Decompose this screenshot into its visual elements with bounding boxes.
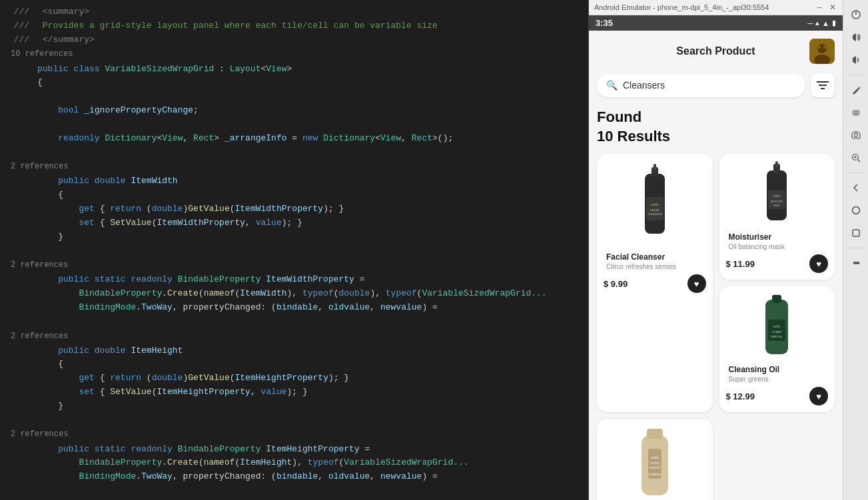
product-info: Cleansing Oil Super greens [726, 365, 829, 383]
favorite-button[interactable]: ♥ [687, 274, 706, 293]
product-card[interactable]: sukin MOISTUR ISER Moisturiser Oil balan… [719, 154, 835, 280]
svg-rect-17 [775, 161, 778, 167]
code-line: public static readonly BindableProperty … [0, 273, 588, 287]
ref-count: 2 references [0, 329, 588, 344]
product-image-container: sukin MOISTUR ISER [726, 160, 829, 227]
camera-icon [851, 130, 861, 140]
titlebar-controls: – ✕ [815, 3, 837, 12]
circle-icon [851, 206, 861, 215]
product-info: Moisturiser Oil balancing mask [726, 232, 829, 250]
product-footer: $ 12.99 ♥ [726, 387, 829, 405]
product-footer: $ 11.99 ♥ [726, 254, 829, 273]
svg-text:CLEANSER: CLEANSER [648, 212, 662, 216]
code-line: set { SetValue(ItemWidthProperty, value)… [0, 216, 588, 230]
product-desc: Oil balancing mask [729, 243, 826, 250]
svg-rect-48 [853, 230, 859, 236]
heart-icon: ♥ [816, 259, 821, 269]
code-line: { [0, 358, 588, 372]
ref-count: 10 references [0, 47, 588, 62]
line-number: /// [5, 33, 29, 47]
svg-point-4 [823, 46, 826, 49]
search-bar[interactable]: 🔍 Cleansers [597, 74, 805, 97]
line-number [5, 63, 29, 77]
right-column: sukin MOISTUR ISER Moisturiser Oil balan… [719, 154, 835, 412]
status-time: 3:35 [596, 18, 613, 28]
product-image: sukin FACIAL CLEANSER [628, 160, 681, 247]
code-line: } [0, 399, 588, 413]
back-button[interactable] [847, 178, 865, 197]
code-line: BindableProperty.Create(nameof(ItemWidth… [0, 287, 588, 301]
pen-icon [851, 85, 861, 95]
eraser-button[interactable] [847, 103, 865, 122]
svg-rect-23 [772, 295, 781, 303]
svg-rect-29 [647, 429, 663, 439]
code-line: bool _ignorePropertyChange; [0, 104, 588, 118]
home-button[interactable] [847, 201, 865, 220]
svg-text:SING OIL: SING OIL [771, 335, 783, 338]
code-line: { [0, 188, 588, 202]
app-header: Search Product [597, 39, 835, 64]
ref-count: 2 references [0, 258, 588, 273]
code-line: get { return (double)GetValue(ItemWidthP… [0, 202, 588, 216]
code-line [0, 315, 588, 329]
ref-count: 2 references [0, 159, 588, 174]
code-line: public double ItemHeight [0, 344, 588, 358]
favorite-button[interactable]: ♥ [809, 387, 828, 405]
more-button[interactable]: ••• [847, 254, 865, 272]
emulator-panel: Android Emulator - phone_m-dpi_5_4in_-_a… [588, 0, 868, 500]
product-price: $ 11.99 [726, 259, 755, 269]
camera-button[interactable] [847, 126, 865, 144]
back-icon [851, 183, 861, 192]
code-line: BindingMode.TwoWay, propertyChanged: (bi… [0, 301, 588, 315]
search-row: 🔍 Cleansers [597, 73, 835, 97]
svg-point-47 [852, 207, 859, 214]
favorite-button[interactable]: ♥ [809, 254, 828, 273]
ref-count: 2 references [0, 427, 588, 442]
emulator-window: Android Emulator - phone_m-dpi_5_4in_-_a… [589, 0, 843, 500]
product-card[interactable]: sukin CLEAN SING OIL Cleansing Oil Super… [719, 286, 835, 412]
svg-point-3 [818, 46, 821, 49]
filter-button[interactable] [811, 73, 835, 97]
close-button[interactable]: ✕ [828, 3, 837, 12]
emulator-title: Android Emulator - phone_m-dpi_5_4in_-_a… [594, 3, 769, 11]
filter-icon [817, 81, 829, 90]
code-line: readonly Dictionary<View, Rect> _arrange… [0, 132, 588, 146]
svg-text:CLEANSER: CLEANSER [648, 473, 662, 476]
product-desc: Citrus refreshes senses [606, 263, 703, 270]
code-line: BindingMode.TwoWay, propertyChanged: (bi… [0, 470, 588, 484]
minus-icon: ─ [807, 19, 813, 27]
power-button[interactable] [847, 5, 865, 24]
code-line [0, 244, 588, 258]
pen-button[interactable] [847, 81, 865, 99]
svg-rect-10 [653, 164, 656, 170]
app-title: Search Product [622, 45, 809, 57]
svg-marker-38 [853, 56, 856, 64]
product-card[interactable]: sukin SUPER GREENS CLEANSER [597, 419, 713, 500]
dots-icon: ••• [853, 258, 859, 268]
phone-screen: 3:35 ─ ▴ ▲ ▮ Search Product [589, 15, 843, 500]
minimize-button[interactable]: – [815, 3, 824, 12]
search-icon: 🔍 [606, 80, 618, 91]
product-desc: Super greens [729, 375, 826, 383]
svg-text:MOISTUR: MOISTUR [771, 200, 783, 203]
code-line: /// <summary> [0, 5, 588, 19]
product-card[interactable]: sukin FACIAL CLEANSER Facial Cleanser Ci… [597, 154, 713, 412]
volume-up-button[interactable] [847, 28, 865, 47]
product-image-container: sukin CLEAN SING OIL [726, 293, 829, 360]
svg-text:FACIAL: FACIAL [650, 208, 660, 212]
avatar[interactable] [809, 39, 835, 64]
recents-button[interactable] [847, 224, 865, 242]
svg-text:ISER: ISER [774, 204, 780, 207]
zoom-in-button[interactable] [847, 148, 865, 167]
code-line: set { SetValue(ItemHeightProperty, value… [0, 385, 588, 399]
emulator-titlebar: Android Emulator - phone_m-dpi_5_4in_-_a… [589, 0, 843, 15]
volume-down-button[interactable] [847, 51, 865, 69]
code-line: BindableProperty.Create(nameof(ItemHeigh… [0, 456, 588, 470]
status-icons: ─ ▴ ▲ ▮ [807, 19, 836, 27]
heart-icon: ♥ [816, 391, 821, 401]
power-icon [851, 9, 861, 20]
volume-down-icon [851, 55, 861, 65]
svg-text:GREENS: GREENS [649, 466, 660, 469]
code-editor: /// <summary> /// Provides a grid-style … [0, 0, 588, 500]
square-icon [851, 228, 861, 238]
